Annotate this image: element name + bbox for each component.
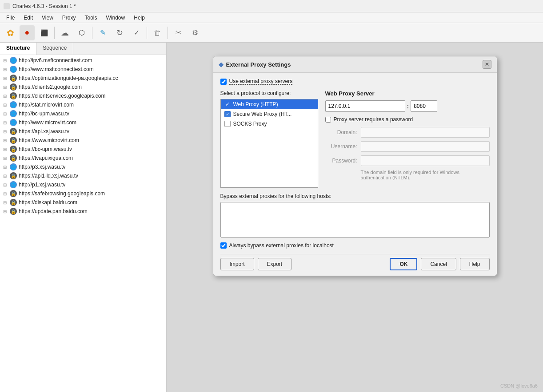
list-item[interactable]: ⊞🔒https://tvapi.ixigua.com [0, 154, 166, 162]
list-item[interactable]: ⊞🔒https://safebrowsing.googleapis.com [0, 189, 166, 198]
list-item[interactable]: ⊞🌐http://www.microvirt.com [0, 118, 166, 127]
host-icon: 🌐 [10, 110, 17, 117]
cancel-button[interactable]: Cancel [421, 258, 456, 270]
host-icon: 🌐 [10, 101, 17, 108]
content-area: ◆ External Proxy Settings ✕ Use external… [167, 43, 543, 392]
dialog-close-button[interactable]: ✕ [483, 60, 491, 69]
menu-view[interactable]: View [37, 14, 58, 22]
list-item[interactable]: ⊞🌐http://stat.microvirt.com [0, 100, 166, 109]
protocol-item[interactable]: ✓Secure Web Proxy (HT... [221, 109, 318, 119]
import-button[interactable]: Import [220, 258, 254, 270]
bypass-textarea[interactable] [220, 202, 490, 238]
stop-button[interactable]: ⬛ [36, 25, 52, 40]
menu-tools[interactable]: Tools [80, 14, 102, 22]
list-item-label: https://api1-lq.xsj.wasu.tv [19, 173, 78, 179]
list-item[interactable]: ⊞🔒https://clients2.google.com [0, 83, 166, 91]
list-item[interactable]: ⊞🔒https://api.xsj.wasu.tv [0, 127, 166, 136]
list-item-label: http://p1.xsj.wasu.tv [19, 182, 65, 188]
menu-edit[interactable]: Edit [19, 14, 37, 22]
username-input[interactable] [361, 141, 490, 152]
password-input[interactable] [361, 155, 490, 166]
use-external-proxy-checkbox[interactable] [220, 79, 227, 85]
host-icon: 🔒 [10, 75, 17, 82]
host-icon: 🔒 [10, 208, 17, 215]
host-icon: 🔒 [10, 137, 17, 144]
username-row: Username: [325, 141, 490, 152]
host-icon: 🌐 [10, 119, 17, 126]
list-item[interactable]: ⊞🔒https://bc-upm.wasu.tv [0, 145, 166, 154]
toolbar: ✿ ● ⬛ ☁ ⬡ ✎ ↻ ✓ 🗑 ✂ ⚙ [0, 23, 543, 43]
window-title: Charles 4.6.3 - Session 1 * [12, 3, 76, 9]
expand-icon: ⊞ [2, 199, 8, 206]
flower-button[interactable]: ✿ [3, 25, 18, 40]
expand-icon: ⊞ [2, 164, 8, 170]
export-button[interactable]: Export [258, 258, 292, 270]
list-item[interactable]: ⊞🔒https://clientservices.googleapis.com [0, 91, 166, 100]
trash-button[interactable]: 🗑 [150, 25, 165, 40]
port-input[interactable] [411, 100, 437, 112]
username-label: Username: [325, 143, 361, 150]
protocol-item[interactable]: SOCKS Proxy [221, 119, 318, 129]
list-item-label: https://safebrowsing.googleapis.com [19, 190, 105, 197]
list-item[interactable]: ⊞🔒https://www.microvirt.com [0, 136, 166, 145]
menu-proxy[interactable]: Proxy [58, 14, 80, 22]
password-required-label[interactable]: Proxy server requires a password [334, 116, 413, 123]
help-button[interactable]: Help [460, 258, 490, 270]
dialog-title-bar: ◆ External Proxy Settings ✕ [213, 56, 497, 73]
menu-file[interactable]: File [2, 14, 19, 22]
list-item[interactable]: ⊞🔒https://api1-lq.xsj.wasu.tv [0, 171, 166, 180]
use-external-proxy-label[interactable]: Use external proxy servers [229, 78, 293, 85]
list-item[interactable]: ⊞🌐http://bc-upm.wasu.tv [0, 109, 166, 118]
expand-icon: ⊞ [2, 66, 8, 72]
dialog-overlay: ◆ External Proxy Settings ✕ Use external… [167, 43, 543, 392]
cloud-button[interactable]: ☁ [57, 25, 72, 40]
list-item-label: https://diskapi.baidu.com [19, 199, 77, 206]
menu-bar: File Edit View Proxy Tools Window Help [0, 12, 543, 23]
ip-input[interactable] [325, 100, 405, 112]
expand-icon: ⊞ [2, 146, 8, 152]
always-bypass-row: Always bypass external proxies for local… [220, 242, 490, 249]
list-item[interactable]: ⊞🌐http://www.msftconnecttest.com [0, 65, 166, 74]
ok-button[interactable]: OK [390, 258, 417, 270]
domain-input[interactable] [361, 127, 490, 138]
host-icon: 🔒 [10, 146, 17, 153]
refresh-button[interactable]: ↻ [112, 25, 127, 40]
tab-structure[interactable]: Structure [0, 43, 36, 55]
tools-button[interactable]: ✂ [171, 25, 186, 40]
hex-button[interactable]: ⬡ [74, 25, 89, 40]
check-button[interactable]: ✓ [129, 25, 144, 40]
list-item-label: http://p3.xsj.wasu.tv [19, 164, 65, 170]
list-item[interactable]: ⊞🌐http://p1.xsj.wasu.tv [0, 180, 166, 189]
toolbar-sep-2 [92, 27, 92, 39]
host-icon: 🌐 [10, 181, 17, 188]
menu-window[interactable]: Window [102, 14, 130, 22]
gear-button[interactable]: ⚙ [188, 25, 203, 40]
pen-button[interactable]: ✎ [95, 25, 110, 40]
protocol-checkbox: ✓ [224, 111, 231, 117]
menu-help[interactable]: Help [129, 14, 149, 22]
list-item-label: https://clients2.google.com [19, 84, 82, 90]
list-item[interactable]: ⊞🔒https://optimizationguide-pa.googleapi… [0, 74, 166, 83]
protocol-item[interactable]: ✓Web Proxy (HTTP) [221, 99, 318, 109]
sidebar-tabs: Structure Sequence [0, 43, 166, 55]
list-item[interactable]: ⊞🌐http://ipv6.msftconnecttest.com [0, 56, 166, 65]
list-item[interactable]: ⊞🔒https://update.pan.baidu.com [0, 207, 166, 216]
dialog-title: External Proxy Settings [226, 61, 291, 68]
protocol-label: SOCKS Proxy [233, 121, 267, 127]
bypass-label: Bypass external proxies for the followin… [220, 193, 490, 199]
list-item[interactable]: ⊞🔒https://diskapi.baidu.com [0, 198, 166, 207]
always-bypass-label[interactable]: Always bypass external proxies for local… [229, 242, 334, 249]
main-layout: Structure Sequence ⊞🌐http://ipv6.msftcon… [0, 43, 543, 392]
expand-icon: ⊞ [2, 155, 8, 161]
expand-icon: ⊞ [2, 119, 8, 126]
tab-sequence[interactable]: Sequence [36, 43, 73, 55]
protocol-list: ✓Web Proxy (HTTP)✓Secure Web Proxy (HT..… [220, 99, 318, 188]
dialog-icon: ◆ [219, 61, 224, 68]
watermark: CSDN @love6a6 [500, 383, 538, 388]
password-required-checkbox[interactable] [325, 117, 331, 123]
sidebar-list: ⊞🌐http://ipv6.msftconnecttest.com⊞🌐http:… [0, 55, 166, 392]
record-button[interactable]: ● [20, 25, 35, 40]
always-bypass-checkbox[interactable] [220, 242, 227, 249]
list-item[interactable]: ⊞🌐http://p3.xsj.wasu.tv [0, 162, 166, 171]
domain-label: Domain: [325, 129, 361, 135]
